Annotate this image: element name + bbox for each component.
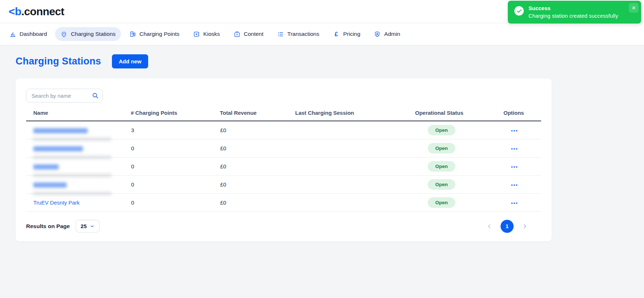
- status-badge: Open: [428, 197, 455, 208]
- pagination: 1: [486, 220, 528, 233]
- table-row: 0 £0 Open •••: [26, 157, 541, 175]
- last-charging-session-cell: [295, 121, 415, 139]
- redacted-name-blur: [33, 146, 83, 151]
- nav-item-admin[interactable]: Admin: [368, 27, 406, 41]
- nav-item-content[interactable]: Content: [228, 27, 269, 41]
- station-name-link-redacted[interactable]: [33, 145, 83, 151]
- admin-badge-icon: [374, 30, 381, 38]
- options-ellipsis-icon[interactable]: •••: [511, 182, 518, 188]
- page-title: Charging Stations: [16, 56, 101, 67]
- options-ellipsis-icon[interactable]: •••: [511, 164, 518, 169]
- results-on-page-label: Results on Page: [26, 223, 70, 230]
- nav-item-pricing[interactable]: £ Pricing: [327, 27, 365, 41]
- map-pin-icon: [60, 30, 68, 38]
- station-name-link[interactable]: TruEV Desnty Park: [33, 200, 80, 206]
- ev-charger-icon: [129, 30, 136, 38]
- status-badge: Open: [428, 161, 455, 172]
- nav-label: Pricing: [343, 31, 360, 37]
- status-badge: Open: [428, 179, 455, 190]
- charging-points-cell: 0: [131, 157, 220, 175]
- nav-item-dashboard[interactable]: Dashboard: [4, 27, 53, 41]
- results-per-page: Results on Page 25: [26, 220, 100, 232]
- total-revenue-cell: £0: [220, 157, 295, 175]
- main-nav: Dashboard Charging Stations Charging Poi…: [0, 23, 644, 45]
- nav-label: Charging Stations: [71, 31, 116, 37]
- chevron-down-icon: [90, 224, 95, 228]
- table-row: 0 £0 Open •••: [26, 175, 541, 193]
- brand-logo[interactable]: <b.connect: [9, 5, 64, 18]
- main-content: Charging Stations Add new Name # Chargin…: [0, 45, 644, 242]
- column-header-name: Name: [26, 108, 131, 121]
- total-revenue-cell: £0: [220, 139, 295, 157]
- brand-logo-text: .connect: [21, 5, 64, 17]
- total-revenue-cell: £0: [220, 175, 295, 193]
- table-header-row: Name # Charging Points Total Revenue Las…: [26, 108, 541, 121]
- total-revenue-cell: £0: [220, 121, 295, 139]
- column-header-total-revenue: Total Revenue: [220, 108, 295, 121]
- station-name-link-redacted[interactable]: [33, 127, 88, 133]
- table-row: TruEV Desnty Park 0 £0 Open •••: [26, 193, 541, 211]
- charging-points-cell: 0: [131, 193, 220, 211]
- charging-points-cell: 3: [131, 121, 220, 139]
- add-new-button[interactable]: Add new: [112, 54, 149, 68]
- column-header-last-charging-session: Last Charging Session: [295, 108, 415, 121]
- nav-label: Admin: [384, 31, 400, 37]
- media-box-icon: [233, 30, 241, 38]
- list-icon: [277, 30, 284, 38]
- stations-table: Name # Charging Points Total Revenue Las…: [26, 108, 541, 212]
- toast-title: Success: [528, 5, 618, 11]
- page-size-select[interactable]: 25: [76, 220, 100, 232]
- search-box: [26, 89, 103, 102]
- last-charging-session-cell: [295, 175, 415, 193]
- charging-points-cell: 0: [131, 175, 220, 193]
- status-badge: Open: [428, 143, 455, 154]
- redacted-name-blur: [33, 182, 67, 188]
- station-name-link-redacted[interactable]: [33, 181, 67, 187]
- nav-label: Kiosks: [203, 31, 220, 37]
- options-ellipsis-icon[interactable]: •••: [511, 128, 518, 133]
- nav-item-transactions[interactable]: Transactions: [271, 27, 325, 41]
- stations-card: Name # Charging Points Total Revenue Las…: [16, 79, 552, 242]
- redacted-name-blur: [33, 128, 88, 133]
- search-icon[interactable]: [92, 92, 99, 99]
- nav-item-charging-points[interactable]: Charging Points: [124, 27, 185, 41]
- options-ellipsis-icon[interactable]: •••: [511, 200, 518, 206]
- check-circle-icon: [514, 6, 524, 16]
- status-badge: Open: [428, 125, 455, 135]
- brand-logo-mark: <b: [9, 5, 21, 17]
- options-ellipsis-icon[interactable]: •••: [511, 146, 518, 151]
- page-size-value: 25: [81, 223, 87, 229]
- table-footer: Results on Page 25 1: [26, 212, 541, 233]
- bar-chart-icon: [9, 30, 16, 38]
- column-header-options: Options: [503, 108, 541, 121]
- column-header-operational-status: Operational Status: [415, 108, 503, 121]
- page-number-button[interactable]: 1: [501, 220, 514, 233]
- nav-item-charging-stations[interactable]: Charging Stations: [55, 27, 121, 41]
- station-name-link-redacted[interactable]: [33, 163, 59, 169]
- pound-icon: £: [333, 30, 340, 38]
- total-revenue-cell: £0: [220, 193, 295, 211]
- nav-label: Dashboard: [20, 31, 47, 37]
- nav-label: Transactions: [287, 31, 319, 37]
- charging-points-cell: 0: [131, 139, 220, 157]
- kiosk-icon: [193, 30, 200, 38]
- table-row: 0 £0 Open •••: [26, 139, 541, 157]
- chevron-left-icon[interactable]: [486, 223, 493, 230]
- redacted-name-blur: [33, 164, 59, 169]
- last-charging-session-cell: [295, 139, 415, 157]
- column-header-charging-points: # Charging Points: [131, 108, 220, 121]
- page-head: Charging Stations Add new: [16, 54, 628, 68]
- toast-message: Charging station created successfully: [528, 13, 618, 19]
- chevron-right-icon[interactable]: [522, 223, 528, 230]
- toast-close-button[interactable]: ✕: [629, 3, 639, 13]
- nav-label: Content: [244, 31, 263, 37]
- last-charging-session-cell: [295, 157, 415, 175]
- table-row: 3 £0 Open •••: [26, 121, 541, 139]
- nav-item-kiosks[interactable]: Kiosks: [187, 27, 225, 41]
- nav-label: Charging Points: [139, 31, 179, 37]
- toast-body: Success Charging station created success…: [528, 5, 618, 19]
- last-charging-session-cell: [295, 193, 415, 211]
- success-toast: Success Charging station created success…: [508, 1, 641, 24]
